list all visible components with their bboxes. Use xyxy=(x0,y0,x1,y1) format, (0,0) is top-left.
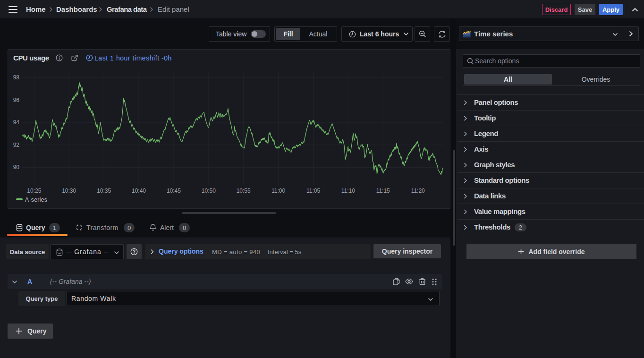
svg-text:10:50: 10:50 xyxy=(202,188,216,194)
svg-text:10:25: 10:25 xyxy=(27,188,41,194)
svg-text:11:10: 11:10 xyxy=(341,188,355,194)
svg-text:96: 96 xyxy=(13,97,20,103)
svg-text:98: 98 xyxy=(13,74,20,81)
svg-text:94: 94 xyxy=(13,119,20,126)
svg-text:10:40: 10:40 xyxy=(132,188,146,194)
svg-text:11:15: 11:15 xyxy=(376,188,390,194)
svg-text:10:45: 10:45 xyxy=(167,188,181,194)
svg-text:90: 90 xyxy=(13,164,20,170)
svg-text:11:00: 11:00 xyxy=(271,188,285,194)
svg-text:10:35: 10:35 xyxy=(97,188,111,194)
svg-text:11:20: 11:20 xyxy=(411,188,425,194)
svg-text:10:30: 10:30 xyxy=(62,188,76,194)
svg-text:11:05: 11:05 xyxy=(306,188,320,194)
svg-text:92: 92 xyxy=(13,142,20,148)
svg-text:10:55: 10:55 xyxy=(237,188,251,194)
